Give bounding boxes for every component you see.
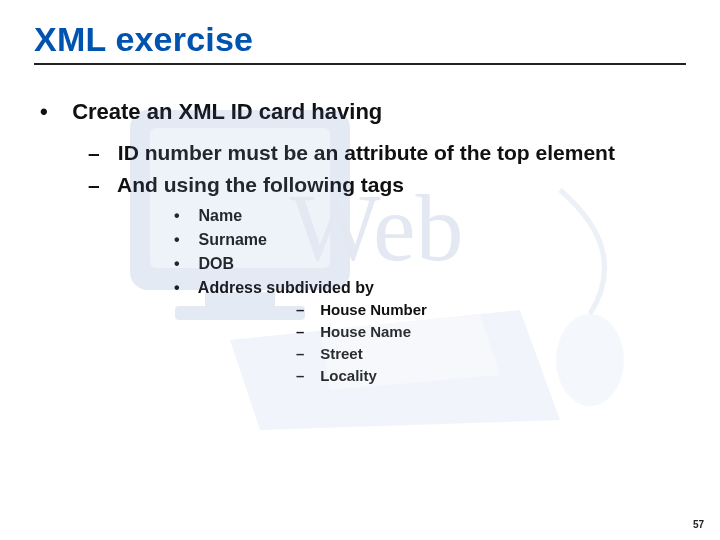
list-item: House Name bbox=[296, 323, 686, 340]
list-item: DOB bbox=[174, 255, 686, 273]
list-item: House Number bbox=[296, 301, 686, 318]
list-item-text: Address subdivided by bbox=[198, 279, 374, 296]
list-item: Surname bbox=[174, 231, 686, 249]
list-item-text: Locality bbox=[320, 367, 377, 384]
list-item-text: House Number bbox=[320, 301, 427, 318]
title-rule bbox=[34, 63, 686, 65]
list-item: Create an XML ID card having ID number m… bbox=[42, 99, 686, 384]
page-number: 57 bbox=[693, 519, 704, 530]
list-item: Name bbox=[174, 207, 686, 225]
list-item-text: Street bbox=[320, 345, 363, 362]
list-item-text: DOB bbox=[198, 255, 234, 272]
list-item-text: ID number must be an attribute of the to… bbox=[118, 141, 615, 164]
list-item: Locality bbox=[296, 367, 686, 384]
list-item: Address subdivided by House Number House… bbox=[174, 279, 686, 384]
list-item-text: And using the following tags bbox=[117, 173, 404, 196]
list-item: And using the following tags Name Surnam… bbox=[88, 173, 686, 384]
list-item: Street bbox=[296, 345, 686, 362]
list-item-text: Create an XML ID card having bbox=[72, 99, 382, 124]
list-item-text: Surname bbox=[198, 231, 266, 248]
slide: Web XML exercise Create an XML ID card h… bbox=[0, 0, 720, 540]
list-item-text: House Name bbox=[320, 323, 411, 340]
list-item: ID number must be an attribute of the to… bbox=[88, 141, 686, 165]
list-item-text: Name bbox=[198, 207, 242, 224]
slide-title: XML exercise bbox=[34, 20, 686, 59]
bullet-list: Create an XML ID card having ID number m… bbox=[34, 99, 686, 384]
